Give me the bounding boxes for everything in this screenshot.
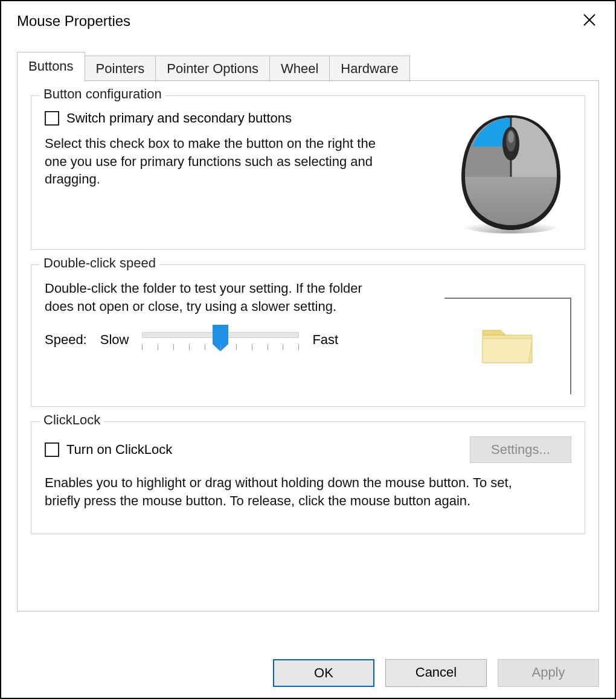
dialog-footer: OK Cancel Apply — [273, 659, 599, 687]
mouse-properties-dialog: Mouse Properties Buttons Pointers Pointe… — [0, 0, 616, 699]
clicklock-description: Enables you to highlight or drag without… — [45, 474, 540, 509]
checkbox-icon — [45, 442, 59, 457]
mouse-icon — [451, 110, 571, 237]
tab-pointers[interactable]: Pointers — [85, 56, 156, 81]
mouse-illustration — [451, 110, 571, 237]
checkbox-icon — [45, 111, 59, 126]
clicklock-checkbox[interactable]: Turn on ClickLock — [45, 442, 172, 458]
clicklock-settings-button: Settings... — [470, 436, 571, 463]
speed-label: Speed: — [45, 332, 87, 348]
group-double-click-speed: Double-click speed Double-click the fold… — [31, 264, 585, 407]
speed-slider-row: Speed: Slow Fast — [45, 326, 432, 354]
svg-point-6 — [508, 131, 514, 143]
clicklock-checkbox-label: Turn on ClickLock — [66, 442, 172, 458]
group-button-configuration: Button configuration Switch primary and … — [31, 95, 585, 250]
folder-icon — [480, 325, 534, 368]
cancel-button[interactable]: Cancel — [385, 659, 487, 687]
double-click-speed-slider[interactable] — [142, 326, 299, 354]
fast-label: Fast — [312, 332, 338, 348]
dialog-body: Buttons Pointers Pointer Options Wheel H… — [1, 36, 615, 611]
group-clicklock: ClickLock Turn on ClickLock Settings... … — [31, 421, 585, 534]
close-button[interactable] — [577, 10, 602, 33]
apply-button: Apply — [498, 659, 599, 687]
slow-label: Slow — [100, 332, 129, 348]
switch-buttons-label: Switch primary and secondary buttons — [66, 110, 292, 126]
tab-strip: Buttons Pointers Pointer Options Wheel H… — [17, 52, 599, 81]
slider-ticks — [142, 344, 299, 350]
close-icon — [582, 13, 597, 27]
tab-hardware[interactable]: Hardware — [329, 56, 409, 81]
group-title-double-click: Double-click speed — [40, 255, 159, 271]
slider-thumb[interactable] — [213, 325, 228, 344]
tab-pointer-options[interactable]: Pointer Options — [155, 56, 270, 81]
tab-wheel[interactable]: Wheel — [269, 56, 330, 81]
window-title: Mouse Properties — [17, 13, 130, 30]
titlebar: Mouse Properties — [1, 1, 615, 36]
group-title-button-configuration: Button configuration — [40, 86, 165, 102]
double-click-test-area[interactable] — [444, 298, 571, 394]
button-config-description: Select this check box to make the button… — [45, 135, 383, 188]
ok-button[interactable]: OK — [273, 659, 374, 687]
switch-buttons-checkbox[interactable]: Switch primary and secondary buttons — [45, 110, 438, 126]
double-click-description: Double-click the folder to test your set… — [45, 279, 383, 315]
tab-buttons[interactable]: Buttons — [17, 52, 85, 81]
group-title-clicklock: ClickLock — [40, 412, 104, 428]
tab-panel-buttons: Button configuration Switch primary and … — [17, 80, 599, 611]
